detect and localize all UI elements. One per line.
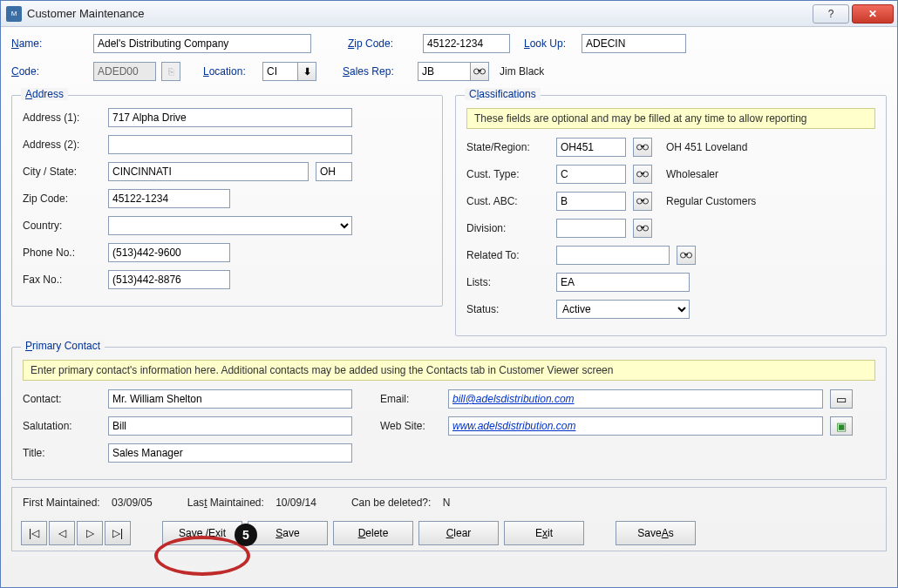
title-input[interactable] xyxy=(108,443,352,463)
nav-last-button[interactable]: ▷| xyxy=(105,521,131,545)
division-input[interactable] xyxy=(556,219,626,238)
stateregion-lookup-button[interactable] xyxy=(633,138,652,157)
location-label: Location: xyxy=(203,65,257,78)
code-lookup-button[interactable]: ⎘ xyxy=(161,62,180,81)
next-icon: ▷ xyxy=(86,527,94,539)
last-icon: ▷| xyxy=(112,527,123,539)
custabc-desc: Regular Customers xyxy=(666,195,756,207)
saveas-button[interactable]: Save AsSave As xyxy=(616,521,696,545)
lists-label: Lists: xyxy=(466,276,549,288)
prev-icon: ◁ xyxy=(58,527,66,539)
fax-input[interactable] xyxy=(108,270,230,289)
code-input xyxy=(93,62,156,81)
status-row: First Maintained: 03/09/05 Last Maintain… xyxy=(21,493,877,521)
help-icon: ? xyxy=(828,8,834,20)
website-label: Web Site: xyxy=(380,420,441,432)
candelete-value: N xyxy=(443,497,451,509)
nav-prev-button[interactable]: ◁ xyxy=(49,521,75,545)
nav-next-button[interactable]: ▷ xyxy=(77,521,103,545)
class-info: These fields are optional and may be fil… xyxy=(466,108,875,129)
stateregion-input[interactable] xyxy=(556,138,626,157)
contact-info: Enter primary contact's information here… xyxy=(23,360,875,381)
app-icon: M xyxy=(6,6,22,22)
country-select[interactable] xyxy=(108,216,352,235)
binoculars-icon xyxy=(636,141,649,153)
related-lookup-button[interactable] xyxy=(677,246,696,265)
custabc-input[interactable] xyxy=(556,192,626,211)
division-lookup-button[interactable] xyxy=(633,219,652,238)
location-input[interactable] xyxy=(262,62,297,81)
top-row-1: Name: Zip Code: Look Up: xyxy=(11,34,887,53)
picture-icon: ▣ xyxy=(836,420,847,433)
columns: AAddressddress Address (1): Address (2):… xyxy=(11,90,887,336)
save-button[interactable]: SaveSave xyxy=(248,521,328,545)
titlebar: M Customer Maintenance ? ✕ xyxy=(1,1,897,27)
delete-button[interactable]: DeleteDelete xyxy=(333,521,413,545)
website-action-button[interactable]: ▣ xyxy=(830,416,853,436)
contact-input[interactable] xyxy=(108,389,352,409)
first-label: First Maintained: xyxy=(23,497,100,509)
city-input[interactable] xyxy=(108,162,309,181)
svg-rect-14 xyxy=(641,226,644,228)
clear-button[interactable]: ClearClear xyxy=(418,521,499,545)
addr2-input[interactable] xyxy=(108,135,352,154)
phone-input[interactable] xyxy=(108,243,230,262)
email-action-button[interactable]: ▭ xyxy=(830,389,853,409)
nav-first-button[interactable]: |◁ xyxy=(21,521,47,545)
name-label: Name: xyxy=(11,37,88,50)
website-input[interactable]: www.adelsdistribution.com xyxy=(448,416,823,436)
close-icon: ✕ xyxy=(868,8,877,20)
svg-rect-11 xyxy=(641,199,644,201)
location-dropdown-button[interactable]: ⬇ xyxy=(297,62,316,81)
salesrep-lookup-button[interactable] xyxy=(470,62,489,81)
binoculars-icon xyxy=(680,249,692,261)
svg-rect-8 xyxy=(641,172,644,174)
name-input[interactable] xyxy=(93,34,311,53)
custabc-lookup-button[interactable] xyxy=(633,192,652,211)
custtype-input[interactable] xyxy=(556,165,626,184)
lists-input[interactable] xyxy=(556,273,690,292)
email-input[interactable]: bill@adelsdistribution.com xyxy=(448,389,823,409)
bottom-bar: First Maintained: 03/09/05 Last Maintain… xyxy=(11,487,887,551)
address-group: AAddressddress Address (1): Address (2):… xyxy=(11,95,443,307)
salutation-input[interactable] xyxy=(108,416,352,436)
first-value: 03/09/05 xyxy=(112,497,153,509)
binoculars-icon xyxy=(636,222,649,234)
client-area: Name: Zip Code: Look Up: Code: ⎘ Locatio… xyxy=(1,27,897,587)
state-input[interactable] xyxy=(316,162,352,181)
top-row-2: Code: ⎘ Location: ⬇ Sales Rep: Jim Black xyxy=(11,62,887,81)
address-legend: AAddressddress xyxy=(21,88,68,100)
zip-label: Zip Code: xyxy=(348,37,418,50)
addr-zip-input[interactable] xyxy=(108,189,230,208)
related-input[interactable] xyxy=(556,246,670,265)
last-label: Last Maintained:Last Maintained: xyxy=(187,497,264,509)
card-icon: ▭ xyxy=(836,393,847,406)
location-combo: ⬇ xyxy=(262,62,316,81)
class-legend: ClassificationsClassifications xyxy=(465,88,541,100)
custtype-lookup-button[interactable] xyxy=(633,165,652,184)
code-label: Code: xyxy=(11,65,88,78)
stateregion-label: State/Region: xyxy=(466,141,549,153)
addr1-input[interactable] xyxy=(108,108,352,127)
binoculars-icon xyxy=(636,195,649,207)
website-link[interactable]: www.adelsdistribution.com xyxy=(452,420,575,432)
zip-input[interactable] xyxy=(423,34,510,53)
contact-legend: Primary ContactPrimary Contact xyxy=(21,340,105,352)
save-exit-button[interactable]: Save / ExitSave / Exit xyxy=(162,521,242,545)
addr2-label: Address (2): xyxy=(23,139,101,151)
status-select[interactable]: Active xyxy=(556,300,690,319)
binoculars-icon xyxy=(636,168,649,180)
status-label: Status: xyxy=(466,303,549,315)
lookup-input[interactable] xyxy=(582,34,686,53)
chevron-down-icon: ⬇ xyxy=(303,66,311,78)
svg-rect-2 xyxy=(478,70,481,71)
exit-button[interactable]: ExitExit xyxy=(504,521,584,545)
email-link[interactable]: bill@adelsdistribution.com xyxy=(452,393,575,405)
salesrep-input[interactable] xyxy=(418,62,470,81)
addr-zip-label: Zip Code: xyxy=(23,193,101,205)
help-button[interactable]: ? xyxy=(813,4,849,24)
svg-rect-5 xyxy=(641,145,644,147)
email-label: Email: xyxy=(380,393,441,405)
window-frame: M Customer Maintenance ? ✕ Name: Zip Cod… xyxy=(0,0,898,588)
close-button[interactable]: ✕ xyxy=(852,4,894,24)
